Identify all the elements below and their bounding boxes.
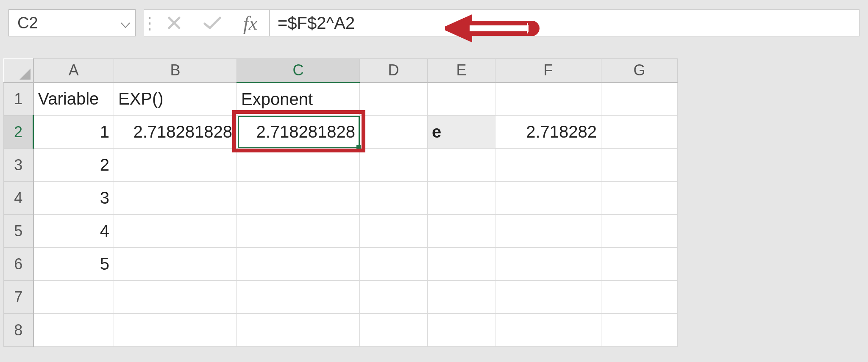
cell-D4[interactable] bbox=[360, 182, 428, 215]
row-header-5[interactable]: 5 bbox=[4, 215, 33, 248]
cell-E1[interactable] bbox=[428, 83, 495, 116]
formula-input[interactable]: =$F$2^A2 bbox=[270, 9, 860, 36]
cell-E8[interactable] bbox=[428, 314, 495, 347]
cell-F4[interactable] bbox=[495, 182, 601, 215]
cell-B6[interactable] bbox=[114, 248, 237, 281]
col-header-F[interactable]: F bbox=[495, 59, 601, 83]
cell-C2[interactable]: 2.718281828 bbox=[237, 116, 360, 149]
cell-E2[interactable]: e bbox=[428, 116, 495, 149]
cell-C6[interactable] bbox=[237, 248, 360, 281]
cell-B3[interactable] bbox=[114, 149, 237, 182]
row-header-2[interactable]: 2 bbox=[4, 116, 33, 149]
cell-A4[interactable]: 3 bbox=[33, 182, 114, 215]
separator: ⋮ bbox=[144, 9, 155, 36]
cell-A2[interactable]: 1 bbox=[33, 116, 114, 149]
cell-B2[interactable]: 2.718281828 bbox=[114, 116, 237, 149]
cell-B7[interactable] bbox=[114, 281, 237, 314]
cell-B5[interactable] bbox=[114, 215, 237, 248]
chevron-down-icon[interactable] bbox=[121, 14, 130, 32]
cell-F3[interactable] bbox=[495, 149, 601, 182]
cell-A3[interactable]: 2 bbox=[33, 149, 114, 182]
cell-F2[interactable]: 2.718282 bbox=[495, 116, 601, 149]
cell-D2[interactable] bbox=[360, 116, 428, 149]
cell-E5[interactable] bbox=[428, 215, 495, 248]
cell-F8[interactable] bbox=[495, 314, 601, 347]
cell-E6[interactable] bbox=[428, 248, 495, 281]
spreadsheet-grid[interactable]: A B C D E F G 1 Variable EXP() Exponent … bbox=[3, 58, 678, 347]
cell-C7[interactable] bbox=[237, 281, 360, 314]
name-box[interactable]: C2 bbox=[8, 9, 136, 36]
cell-G2[interactable] bbox=[601, 116, 678, 149]
cell-C4[interactable] bbox=[237, 182, 360, 215]
formula-text: =$F$2^A2 bbox=[278, 14, 355, 33]
cell-C8[interactable] bbox=[237, 314, 360, 347]
cell-F5[interactable] bbox=[495, 215, 601, 248]
cell-C3[interactable] bbox=[237, 149, 360, 182]
cell-G7[interactable] bbox=[601, 281, 678, 314]
cell-F6[interactable] bbox=[495, 248, 601, 281]
cell-G1[interactable] bbox=[601, 83, 678, 116]
cell-D7[interactable] bbox=[360, 281, 428, 314]
cell-F1[interactable] bbox=[495, 83, 601, 116]
col-header-A[interactable]: A bbox=[33, 59, 114, 83]
cell-G6[interactable] bbox=[601, 248, 678, 281]
cell-A5[interactable]: 4 bbox=[33, 215, 114, 248]
cell-D5[interactable] bbox=[360, 215, 428, 248]
cell-reference: C2 bbox=[17, 14, 38, 32]
cell-A6[interactable]: 5 bbox=[33, 248, 114, 281]
cell-D1[interactable] bbox=[360, 83, 428, 116]
col-header-B[interactable]: B bbox=[114, 59, 237, 83]
cell-B8[interactable] bbox=[114, 314, 237, 347]
row-header-6[interactable]: 6 bbox=[4, 248, 33, 281]
formula-bar: C2 ⋮ fx =$F$2^A2 bbox=[0, 0, 868, 46]
col-header-C[interactable]: C bbox=[237, 59, 360, 83]
row-header-1[interactable]: 1 bbox=[4, 83, 33, 116]
cell-C5[interactable] bbox=[237, 215, 360, 248]
select-all-corner[interactable] bbox=[4, 59, 33, 83]
cancel-icon bbox=[155, 9, 193, 36]
cell-D6[interactable] bbox=[360, 248, 428, 281]
cell-E4[interactable] bbox=[428, 182, 495, 215]
cell-E7[interactable] bbox=[428, 281, 495, 314]
cell-B4[interactable] bbox=[114, 182, 237, 215]
cell-A1[interactable]: Variable bbox=[33, 83, 114, 116]
confirm-icon bbox=[193, 9, 231, 36]
col-header-G[interactable]: G bbox=[601, 59, 678, 83]
cell-C1[interactable]: Exponent bbox=[237, 83, 360, 116]
cell-E3[interactable] bbox=[428, 149, 495, 182]
row-header-8[interactable]: 8 bbox=[4, 314, 33, 347]
cell-A8[interactable] bbox=[33, 314, 114, 347]
col-header-D[interactable]: D bbox=[360, 59, 428, 83]
cell-G3[interactable] bbox=[601, 149, 678, 182]
col-header-E[interactable]: E bbox=[428, 59, 495, 83]
cell-B1[interactable]: EXP() bbox=[114, 83, 237, 116]
cell-D8[interactable] bbox=[360, 314, 428, 347]
cell-A7[interactable] bbox=[33, 281, 114, 314]
fx-icon[interactable]: fx bbox=[231, 9, 270, 36]
row-header-4[interactable]: 4 bbox=[4, 182, 33, 215]
row-header-3[interactable]: 3 bbox=[4, 149, 33, 182]
cell-G5[interactable] bbox=[601, 215, 678, 248]
cell-F7[interactable] bbox=[495, 281, 601, 314]
cell-D3[interactable] bbox=[360, 149, 428, 182]
cell-G4[interactable] bbox=[601, 182, 678, 215]
cell-G8[interactable] bbox=[601, 314, 678, 347]
row-header-7[interactable]: 7 bbox=[4, 281, 33, 314]
